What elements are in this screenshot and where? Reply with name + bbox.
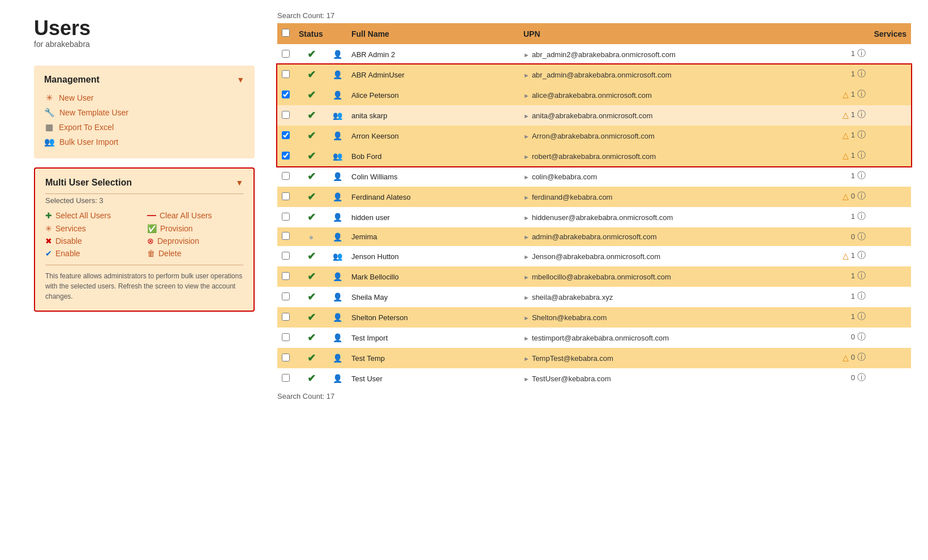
row-checkbox[interactable] [282,213,290,221]
row-checkbox[interactable] [282,292,290,300]
status-icon: ✔ [307,373,316,384]
info-icon[interactable]: ⓘ [857,331,866,342]
clear-all-label: Clear All Users [160,211,212,220]
deprovision-button[interactable]: ⊗ Deprovision [147,236,243,245]
upn-cell: ►abr_admin@abrakebabra.onmicrosoft.com [519,64,825,85]
row-checkbox[interactable] [282,313,290,321]
th-icon [328,23,347,44]
user-name-cell[interactable]: Jenson Hutton [347,246,519,266]
row-checkbox[interactable] [282,91,290,98]
info-icon[interactable]: ⓘ [857,211,866,222]
clear-all-users-button[interactable]: — Clear All Users [147,210,243,221]
info-icon[interactable]: ⓘ [857,170,866,181]
info-icon[interactable]: ⓘ [857,89,866,100]
user-name-cell[interactable]: Sheila May [347,287,519,307]
select-all-users-button[interactable]: ✚ Select All Users [45,210,141,221]
bulk-import-item[interactable]: 👥 Bulk User Import [44,135,244,149]
info-icon[interactable]: ⓘ [857,191,866,201]
services-cell: 1ⓘ [825,207,870,226]
services-count: 1 [851,90,855,98]
user-name-cell[interactable]: hidden user [347,207,519,227]
user-type-cell: 👤 [328,307,347,328]
table-row: ✔👤Test User►TestUser@kebabra.com0ⓘ [277,368,911,389]
page-title: Users [34,17,255,40]
row-checkbox[interactable] [282,354,290,361]
upn-cell: ►Jenson@abrakebabra.onmicrosoft.com [519,246,825,266]
table-header-row: Status Full Name UPN Services [277,23,911,44]
info-icon[interactable]: ⓘ [857,68,866,79]
row-checkbox[interactable] [282,70,290,78]
provision-label: Provision [160,224,193,233]
th-checkbox [277,23,294,44]
services-count: 1 [851,151,855,160]
new-user-item[interactable]: ✳ New User [44,91,244,105]
upn-arrow-icon: ► [523,153,530,160]
row-checkbox[interactable] [282,272,290,280]
user-name-cell[interactable]: Test User [347,368,519,389]
user-name-cell[interactable]: Bob Ford [347,146,519,166]
row-checkbox[interactable] [282,131,290,139]
info-icon[interactable]: ⓘ [857,250,866,261]
services-cell: △1ⓘ [825,126,870,144]
disable-button[interactable]: ✖ Disable [45,236,141,245]
single-user-icon: 👤 [333,91,342,100]
info-icon[interactable]: ⓘ [857,231,866,242]
services-cell: 1ⓘ [825,166,870,185]
user-name-cell[interactable]: anita skarp [347,105,519,126]
row-checkbox[interactable] [282,232,290,240]
provision-button[interactable]: ✅ Provision [147,224,243,233]
user-name-cell[interactable]: ABR Admin 2 [347,44,519,64]
status-cell: ✔ [294,307,328,328]
user-name-cell[interactable]: Jemima [347,227,519,246]
user-name-cell[interactable]: Arron Keerson [347,126,519,146]
info-icon[interactable]: ⓘ [857,352,866,363]
row-checkbox[interactable] [282,333,290,341]
row-checkbox[interactable] [282,172,290,180]
info-icon[interactable]: ⓘ [857,311,866,322]
warning-icon: △ [843,131,849,140]
info-icon[interactable]: ⓘ [857,130,866,140]
management-collapse-icon[interactable]: ▼ [237,75,244,84]
user-name-cell[interactable]: Alice Peterson [347,85,519,105]
upn-arrow-icon: ► [523,315,530,321]
single-user-icon: 👤 [333,232,342,242]
warning-icon: △ [843,353,849,362]
select-all-checkbox[interactable] [282,29,290,37]
th-services: Services [825,23,911,44]
user-name-cell[interactable]: Test Import [347,328,519,348]
user-name-cell[interactable]: Mark Bellocillo [347,266,519,287]
info-icon[interactable]: ⓘ [857,372,866,383]
user-type-cell: 👤 [328,207,347,227]
row-checkbox[interactable] [282,374,290,382]
info-icon[interactable]: ⓘ [857,270,866,281]
user-name-cell[interactable]: Shelton Peterson [347,307,519,328]
upn-cell: ►TestUser@kebabra.com [519,368,825,389]
provision-icon: ✅ [147,224,157,233]
multi-user-collapse-icon[interactable]: ▼ [235,178,243,187]
info-icon[interactable]: ⓘ [857,150,866,161]
status-icon: ✔ [307,89,316,101]
new-template-user-item[interactable]: 🔧 New Template User [44,105,244,120]
delete-button[interactable]: 🗑 Delete [147,249,243,258]
info-icon[interactable]: ⓘ [857,48,866,59]
services-count: 1 [851,131,855,139]
user-name-cell[interactable]: Colin Williams [347,166,519,187]
row-checkbox[interactable] [282,192,290,200]
export-excel-item[interactable]: ▦ Export To Excel [44,120,244,135]
row-checkbox[interactable] [282,252,290,260]
user-name-cell[interactable]: Ferdinand Alateso [347,187,519,207]
info-icon[interactable]: ⓘ [857,109,866,120]
status-icon: ✔ [307,110,316,121]
row-checkbox[interactable] [282,50,290,58]
row-checkbox[interactable] [282,152,290,160]
upn-arrow-icon: ► [523,214,530,221]
user-name-cell[interactable]: ABR AdminUser [347,64,519,85]
row-checkbox[interactable] [282,111,290,119]
user-type-cell: 👤 [328,287,347,307]
table-row: ✔👤Mark Bellocillo►mbellocillo@abrakebabr… [277,266,911,287]
single-user-icon: 👤 [333,50,342,59]
enable-button[interactable]: ✔ Enable [45,249,141,258]
user-name-cell[interactable]: Test Temp [347,348,519,368]
services-button[interactable]: ✳ Services [45,224,141,233]
info-icon[interactable]: ⓘ [857,291,866,301]
